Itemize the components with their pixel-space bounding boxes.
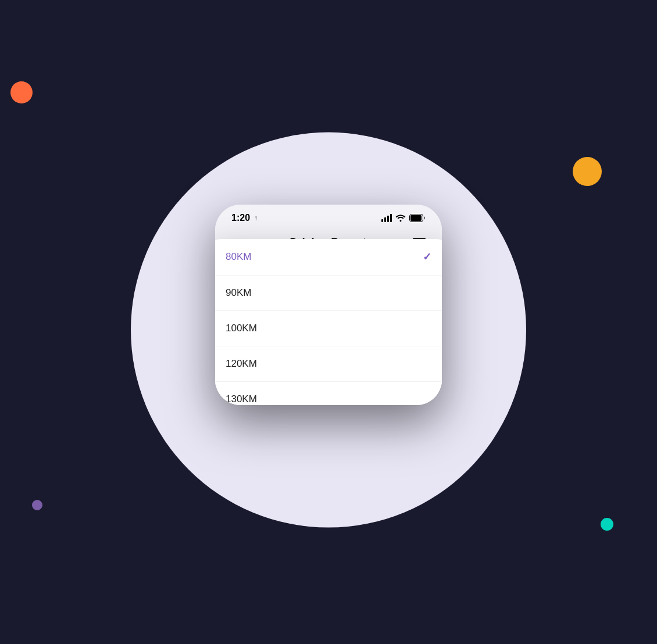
- dropdown-item-80km[interactable]: 80KM ✓: [215, 239, 442, 276]
- battery-icon: [409, 214, 426, 222]
- status-icons: [381, 214, 426, 222]
- location-arrow-icon: ↑: [254, 214, 258, 222]
- status-bar: 1:20 ↑: [215, 205, 442, 228]
- dropdown-item-90km[interactable]: 90KM: [215, 276, 442, 311]
- wifi-icon: [395, 214, 406, 222]
- phone-mockup: 1:20 ↑ <: [215, 205, 442, 405]
- signal-icon: [381, 214, 392, 222]
- dropdown-item-130km[interactable]: 130KM: [215, 382, 442, 405]
- settings-content: Enable Drive Safety Speed Limit 80 km/h …: [215, 293, 442, 405]
- decorative-dot-purple: [32, 500, 42, 510]
- dropdown-item-100km[interactable]: 100KM: [215, 311, 442, 346]
- decorative-dot-orange: [10, 81, 33, 103]
- speed-dropdown: 80KM ✓ 90KM 100KM 120KM 130KM: [215, 239, 442, 405]
- status-time: 1:20 ↑: [231, 213, 258, 223]
- svg-rect-1: [410, 215, 422, 221]
- decorative-dot-cyan: [601, 518, 613, 531]
- check-icon: ✓: [423, 251, 431, 263]
- decorative-dot-yellow: [573, 157, 602, 186]
- dropdown-item-120km[interactable]: 120KM: [215, 346, 442, 382]
